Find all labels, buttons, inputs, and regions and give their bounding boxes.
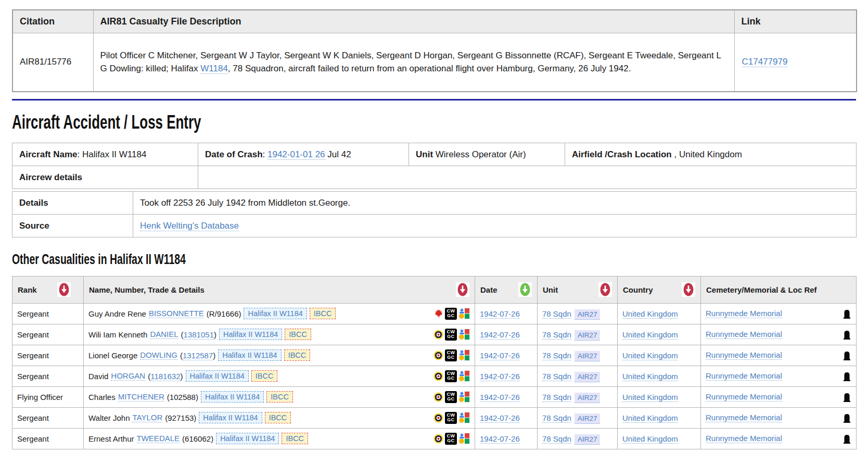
surname-link[interactable]: MITCHENER [118,392,164,402]
rank-value: Sergeant [17,330,49,339]
unit-link[interactable]: 78 Sqdn [542,309,571,319]
archive-record-link[interactable]: C17477979 [742,57,788,67]
aircraft-badge[interactable]: Halifax II W1184 [201,391,264,403]
headstone-icon[interactable] [843,350,851,361]
cemetery-link[interactable]: Runnymede Memorial [706,309,782,318]
surname-link[interactable]: BISSONNETTE [149,309,204,318]
country-link[interactable]: United Kingdom [622,351,678,360]
aircraft-badge[interactable]: Halifax II W1184 [244,308,307,319]
date-link[interactable]: 1942-07-26 [480,413,520,423]
unit-cell: 78 SqdnAIR27 [538,303,618,324]
cwgc-icon[interactable]: CWGC [445,329,457,341]
aircraft-serial-link[interactable]: W1184 [200,64,228,74]
country-link[interactable]: United Kingdom [622,309,678,319]
cemetery-link[interactable]: Runnymede Memorial [706,350,782,360]
ibcc-badge[interactable]: IBCC [266,391,293,403]
cemetery-link[interactable]: Runnymede Memorial [706,330,782,339]
air27-badge[interactable]: AIR27 [575,413,601,424]
unit-link[interactable]: 78 Sqdn [542,351,571,360]
cemetery-link[interactable]: Runnymede Memorial [706,434,782,443]
cemetery-link[interactable]: Runnymede Memorial [706,371,782,381]
ibcc-badge[interactable]: IBCC [265,412,291,423]
sort-date-icon[interactable] [518,282,532,297]
cemetery-link[interactable]: Runnymede Memorial [706,413,782,422]
cwgc-icon[interactable]: CWGC [445,349,457,361]
headstone-icon[interactable] [843,433,851,444]
source-row: Source Henk Welting's Database [12,215,857,237]
aircraft-badge[interactable]: Halifax II W1184 [186,370,249,382]
surname-link[interactable]: DANIEL [150,330,178,339]
date-link[interactable]: 1942-07-26 [480,351,520,360]
country-header-label: Country [623,285,653,294]
google-icon[interactable] [458,433,470,444]
col-header-name: Name, Number, Trade & Details [84,276,475,303]
air27-badge[interactable]: AIR27 [575,434,601,445]
google-icon[interactable] [458,412,470,423]
cemetery-link[interactable]: Runnymede Memorial [706,392,782,402]
unit-link[interactable]: 78 Sqdn [542,434,571,444]
sort-name-icon[interactable] [456,282,469,297]
unit-link[interactable]: 78 Sqdn [542,413,571,423]
google-icon[interactable] [458,391,470,403]
ibcc-badge[interactable]: IBCC [284,349,311,361]
details-label-cell: Details [12,192,133,215]
google-icon[interactable] [458,308,470,319]
country-link[interactable]: United Kingdom [622,434,678,444]
service-number-wrap: 927153 [165,413,196,422]
service-number: 927153 [168,413,194,422]
date-link[interactable]: 1942-07-26 [480,393,520,402]
air27-badge[interactable]: AIR27 [575,372,601,382]
google-icon[interactable] [458,329,470,340]
ibcc-badge[interactable]: IBCC [282,433,308,444]
cwgc-icon[interactable]: CWGC [445,391,457,403]
headstone-icon[interactable] [843,412,851,423]
sort-unit-icon[interactable] [598,282,612,297]
surname-link[interactable]: TAYLOR [132,413,162,422]
ibcc-badge[interactable]: IBCC [285,329,311,340]
surname-link[interactable]: HORGAN [111,371,145,381]
unit-link[interactable]: 78 Sqdn [542,372,571,381]
accident-row-2: Aircrew details [12,166,857,189]
aircraft-badge[interactable]: Halifax II W1184 [199,412,262,423]
country-link[interactable]: United Kingdom [622,413,678,423]
aircraft-badge[interactable]: Halifax II W1184 [218,349,281,361]
unit-cell: 78 SqdnAIR27 [538,366,618,386]
aircraft-badge[interactable]: Halifax II W1184 [216,433,279,444]
surname-link[interactable]: DOWLING [140,350,177,360]
air27-badge[interactable]: AIR27 [575,393,601,403]
given-names: Guy Andre Rene [88,309,146,318]
cwgc-icon[interactable]: CWGC [445,370,457,382]
air27-badge[interactable]: AIR27 [575,351,601,361]
headstone-icon[interactable] [843,308,851,319]
air27-badge[interactable]: AIR27 [575,309,601,320]
service-number: 616062 [185,434,211,443]
date-link[interactable]: 1942-07-26 [480,309,520,319]
google-icon[interactable] [458,370,470,382]
cemetery-cell: Runnymede Memorial [701,303,857,324]
sort-rank-icon[interactable] [57,282,71,297]
ibcc-badge[interactable]: IBCC [310,308,336,319]
air27-badge[interactable]: AIR27 [575,330,601,341]
sort-country-icon[interactable] [682,282,695,297]
unit-link[interactable]: 78 Sqdn [542,330,571,340]
date-link[interactable]: 1942-07-26 [480,330,520,340]
cwgc-icon[interactable]: CWGC [445,433,457,445]
headstone-icon[interactable] [843,392,851,403]
country-link[interactable]: United Kingdom [622,393,678,402]
date-link[interactable]: 1942-07-26 [480,372,520,381]
date-link[interactable]: 1942-07-26 [480,434,520,444]
google-icon[interactable] [458,349,470,361]
cwgc-icon[interactable]: CWGC [445,412,457,424]
source-link[interactable]: Henk Welting's Database [140,221,239,231]
cwgc-icon[interactable]: CWGC [445,308,457,320]
date-of-crash-link[interactable]: 1942-01-01 26 [267,149,325,160]
country-link[interactable]: United Kingdom [622,372,678,381]
headstone-icon[interactable] [843,371,851,382]
country-link[interactable]: United Kingdom [622,330,678,340]
aircraft-badge[interactable]: Halifax II W1184 [219,329,282,340]
surname-link[interactable]: TWEEDALE [137,434,180,443]
aircrew-details-cell: Aircrew details [12,166,198,189]
unit-link[interactable]: 78 Sqdn [542,393,571,402]
headstone-icon[interactable] [843,329,851,340]
ibcc-badge[interactable]: IBCC [251,370,278,382]
